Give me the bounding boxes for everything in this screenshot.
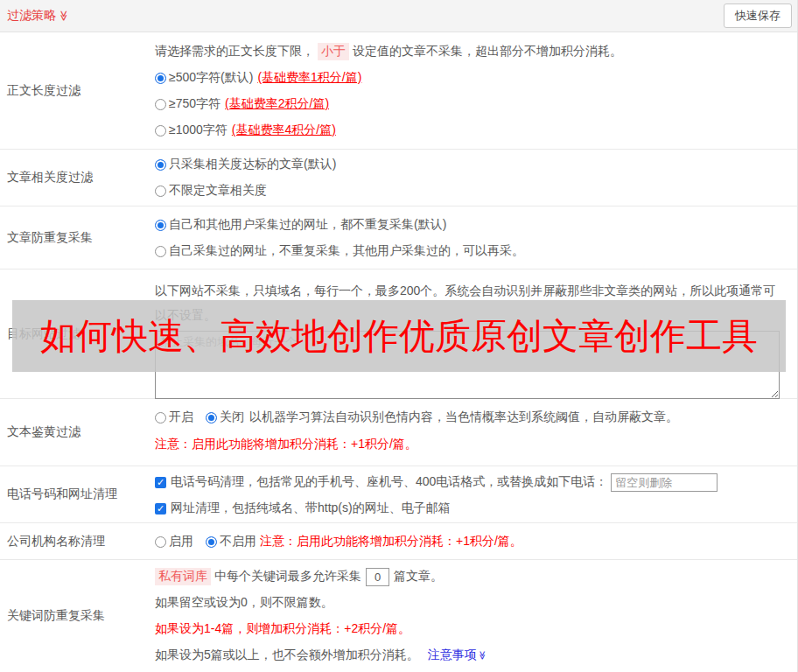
row-relevance-filter: 文章相关度过滤 只采集相关度达标的文章(默认) 不限定文章相关度 — [0, 150, 797, 206]
fee-note: (基础费率2积分/篇) — [225, 96, 329, 112]
radio-unchecked-icon[interactable] — [155, 536, 166, 548]
row-label: 文章防重复采集 — [0, 206, 155, 269]
length-option-750[interactable]: ≥750字符 (基础费率2积分/篇) — [155, 91, 785, 117]
relevance-option-strict[interactable]: 只采集相关度达标的文章(默认) — [155, 151, 785, 178]
fee-note: (基础费率1积分/篇) — [257, 70, 361, 86]
row-keyword-dedup: 关键词防重复采集 私有词库 中每个关键词最多允许采集 篇文章。 如果留空或设为0… — [0, 560, 797, 672]
length-filter-intro: 请选择需求的正文长度下限， 小于 设定值的文章不采集，超出部分不增加积分消耗。 — [155, 38, 785, 65]
porn-filter-off-option[interactable]: 关闭 — [206, 410, 244, 425]
radio-checked-icon[interactable] — [155, 159, 166, 171]
panel-title[interactable]: 过滤策略 ≫ — [7, 8, 70, 24]
blocked-domains-textarea[interactable] — [155, 331, 780, 399]
radio-unchecked-icon[interactable] — [155, 186, 166, 197]
porn-filter-on-option[interactable]: 开启 — [155, 410, 193, 425]
url-clean-option[interactable]: ✓ 网址清理，包括纯域名、带http(s)的网址、电子邮箱 — [155, 495, 785, 522]
keyword-dedup-line2: 如果留空或设为0，则不限篇数。 — [155, 590, 785, 616]
row-target-site-filter: 目标网站过滤 以下网站不采集，只填域名，每行一个，最多200个。系统会自动识别并… — [0, 270, 797, 399]
keyword-dedup-line4: 如果设为5篇或以上，也不会额外增加积分消耗。 — [155, 648, 419, 663]
dedup-option-self[interactable]: 自己采集过的网址，不重复采集，其他用户采集过的，可以再采。 — [155, 238, 785, 264]
row-label: 正文长度过滤 — [0, 32, 155, 149]
panel-title-text: 过滤策略 — [7, 8, 56, 24]
row-phone-url-clean: 电话号码和网址清理 ✓ 电话号码清理，包括常见的手机号、座机号、400电话格式，… — [0, 466, 797, 523]
max-articles-input[interactable] — [366, 568, 389, 586]
row-dedup-filter: 文章防重复采集 自己和其他用户采集过的网址，都不重复采集(默认) 自己采集过的网… — [0, 206, 797, 270]
replacement-phone-input[interactable] — [611, 473, 718, 492]
dedup-option-global[interactable]: 自己和其他用户采集过的网址，都不重复采集(默认) — [155, 212, 785, 238]
row-porn-filter: 文本鉴黄过滤 开启 关闭 以机器学习算法自动识别色情内容，当色情概率达到系统阈值… — [0, 399, 797, 466]
radio-unchecked-icon[interactable] — [155, 246, 166, 257]
fee-note: (基础费率4积分/篇) — [232, 122, 336, 138]
checkbox-checked-icon[interactable]: ✓ — [155, 477, 166, 488]
chevron-down-icon: ≫ — [478, 651, 486, 660]
company-clean-off-option[interactable]: 不启用 — [206, 534, 256, 550]
chevron-down-icon: ≫ — [59, 10, 69, 22]
target-site-intro: 以下网站不采集，只填域名，每行一个，最多200个。系统会自动识别并屏蔽那些非文章… — [155, 278, 779, 327]
row-company-clean: 公司机构名称清理 启用 不启用 注意：启用此功能将增加积分消耗：+1积分/篇。 — [0, 523, 797, 560]
row-label: 电话号码和网址清理 — [0, 466, 155, 522]
company-clean-on-option[interactable]: 启用 — [155, 534, 193, 550]
panel-header: 过滤策略 ≫ 快速保存 — [0, 0, 797, 32]
radio-unchecked-icon[interactable] — [155, 125, 166, 136]
less-than-highlight: 小于 — [318, 43, 349, 60]
row-label: 关键词防重复采集 — [0, 560, 155, 672]
porn-filter-note: 注意：启用此功能将增加积分消耗：+1积分/篇。 — [155, 430, 785, 458]
radio-checked-icon[interactable] — [206, 412, 217, 424]
phone-clean-option[interactable]: ✓ 电话号码清理，包括常见的手机号、座机号、400电话格式，或替换成如下电话： — [155, 469, 785, 495]
row-label: 目标网站过滤 — [0, 270, 155, 398]
length-option-1000[interactable]: ≥1000字符 (基础费率4积分/篇) — [155, 117, 785, 144]
row-label: 文本鉴黄过滤 — [0, 399, 155, 466]
filter-settings-panel: 过滤策略 ≫ 快速保存 正文长度过滤 请选择需求的正文长度下限， 小于 设定值的… — [0, 0, 798, 672]
notes-link[interactable]: 注意事项 ≫ — [428, 648, 486, 663]
radio-unchecked-icon[interactable] — [155, 412, 166, 424]
checkbox-checked-icon[interactable]: ✓ — [155, 503, 166, 514]
porn-filter-description: 以机器学习算法自动识别色情内容，当色情概率达到系统阈值，自动屏蔽文章。 — [249, 410, 678, 425]
row-label: 公司机构名称清理 — [0, 523, 155, 559]
company-clean-note: 注意：启用此功能将增加积分消耗：+1积分/篇。 — [260, 534, 522, 550]
private-lexicon-highlight: 私有词库 — [155, 568, 211, 585]
radio-unchecked-icon[interactable] — [155, 99, 166, 110]
keyword-dedup-line3: 如果设为1-4篇，则增加积分消耗：+2积分/篇。 — [155, 616, 785, 642]
length-option-500[interactable]: ≥500字符(默认) (基础费率1积分/篇) — [155, 65, 785, 91]
quick-save-button[interactable]: 快速保存 — [724, 4, 792, 28]
radio-checked-icon[interactable] — [155, 73, 166, 84]
radio-checked-icon[interactable] — [155, 220, 166, 231]
radio-checked-icon[interactable] — [206, 536, 217, 548]
row-body-length-filter: 正文长度过滤 请选择需求的正文长度下限， 小于 设定值的文章不采集，超出部分不增… — [0, 32, 797, 150]
row-label: 文章相关度过滤 — [0, 150, 155, 206]
relevance-option-any[interactable]: 不限定文章相关度 — [155, 178, 785, 204]
